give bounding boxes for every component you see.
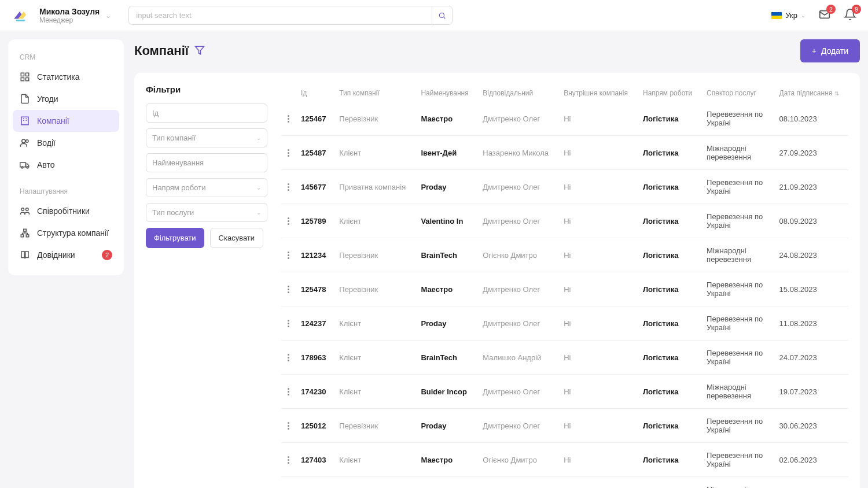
- row-actions-button[interactable]: [287, 149, 289, 157]
- cell-id: 125467: [295, 102, 333, 136]
- col-spectrum: Спектор послуг: [701, 84, 774, 102]
- sidebar-item-directories[interactable]: Довідники 2: [13, 244, 119, 266]
- row-actions-button[interactable]: [287, 422, 289, 430]
- sidebar-item-drivers[interactable]: Водії: [13, 132, 119, 154]
- cell-type: Клієнт: [333, 306, 415, 341]
- sidebar-item-deals[interactable]: Угоди: [13, 88, 119, 110]
- sidebar-item-companies[interactable]: Компанії: [13, 110, 119, 132]
- cell-direction: Логістика: [637, 102, 701, 136]
- cell-spectrum: Перевезення по Україні: [701, 272, 774, 306]
- mail-button[interactable]: 2: [818, 8, 831, 23]
- filter-service-label: Тип послуги: [152, 208, 194, 217]
- svg-rect-4: [26, 73, 29, 76]
- filter-direction-select[interactable]: Напрям роботи ⌄: [146, 178, 267, 197]
- cell-spectrum: Перевезення по Україні: [701, 409, 774, 443]
- language-selector[interactable]: Укр ⌄: [771, 11, 806, 20]
- cell-type: Клієнт: [333, 136, 415, 170]
- row-actions-button[interactable]: [287, 115, 289, 123]
- filter-apply-button[interactable]: Фільтрувати: [146, 228, 204, 248]
- sidebar-item-label: Структура компанії: [37, 228, 109, 238]
- cell-responsible: Дмитренко Олег: [477, 409, 558, 443]
- cell-internal: Ні: [558, 272, 637, 306]
- cell-date: 08.10.2023: [774, 102, 848, 136]
- cell-id: 125487: [295, 136, 333, 170]
- col-responsible: Відповідальний: [477, 84, 558, 102]
- filter-icon[interactable]: [194, 45, 205, 57]
- svg-rect-20: [21, 235, 24, 237]
- companies-table: Ід Тип компанії Найменування Відповідаль…: [281, 84, 848, 488]
- svg-point-18: [26, 208, 29, 211]
- cell-name: Buider Incop: [415, 477, 477, 489]
- cell-internal: Ні: [558, 375, 637, 409]
- cell-type: Приватна компанія: [333, 170, 415, 204]
- cell-id: 125478: [295, 272, 333, 306]
- sidebar: CRM Статистика Угоди Компанії Водії Авто…: [8, 39, 124, 275]
- cell-direction: Логістика: [637, 477, 701, 489]
- cell-responsible: Дмитренко Олег: [477, 204, 558, 238]
- row-actions-button[interactable]: [287, 456, 289, 464]
- search-input[interactable]: [128, 6, 432, 25]
- row-actions-button[interactable]: [287, 388, 289, 395]
- cell-type: Перевізник: [333, 409, 415, 443]
- sidebar-item-label: Статистика: [37, 72, 80, 82]
- cell-responsible: Малишко Андрій: [477, 477, 558, 489]
- cell-direction: Логістика: [637, 272, 701, 306]
- cell-internal: Ні: [558, 443, 637, 477]
- cell-internal: Ні: [558, 238, 637, 272]
- sidebar-section-settings: Налаштування: [13, 183, 119, 200]
- table-row: 124237КлієнтProdayДмитренко ОлегНіЛогіст…: [281, 306, 848, 341]
- chevron-down-icon: ⌄: [256, 184, 261, 191]
- cell-internal: Ні: [558, 477, 637, 489]
- cell-internal: Ні: [558, 306, 637, 341]
- cell-spectrum: Міжнародні перевезення: [701, 136, 774, 170]
- row-actions-button[interactable]: [287, 354, 289, 361]
- sidebar-item-structure[interactable]: Структура компанії: [13, 222, 119, 244]
- filter-name-input[interactable]: [146, 153, 267, 172]
- cell-responsible: Дмитренко Олег: [477, 170, 558, 204]
- row-actions-button[interactable]: [287, 183, 289, 191]
- search-button[interactable]: [432, 6, 453, 25]
- team-icon: [20, 206, 30, 216]
- cell-responsible: Дмитренко Олег: [477, 272, 558, 306]
- cell-date: 08.09.2023: [774, 204, 848, 238]
- bell-button[interactable]: 9: [844, 8, 856, 23]
- cell-date: 27.09.2023: [774, 136, 848, 170]
- user-role: Менеджер: [39, 16, 100, 24]
- filter-type-label: Тип компанії: [152, 134, 196, 142]
- svg-point-13: [26, 140, 29, 143]
- cell-internal: Ні: [558, 136, 637, 170]
- filter-type-select[interactable]: Тип компанії ⌄: [146, 128, 267, 147]
- table-row: 125478ПеревізникМаестроДмитренко ОлегНіЛ…: [281, 272, 848, 306]
- col-name: Найменування: [415, 84, 477, 102]
- filter-service-select[interactable]: Тип послуги ⌄: [146, 203, 267, 222]
- svg-marker-26: [195, 46, 204, 54]
- cell-name: Buider Incop: [415, 375, 477, 409]
- cell-type: Перевізник: [333, 477, 415, 489]
- filter-cancel-button[interactable]: Скасувати: [210, 228, 264, 248]
- cell-date: 24.07.2023: [774, 341, 848, 375]
- cell-type: Клієнт: [333, 204, 415, 238]
- cell-internal: Ні: [558, 409, 637, 443]
- cell-id: 121234: [295, 238, 333, 272]
- sidebar-item-vehicles[interactable]: Авто: [13, 154, 119, 176]
- cell-id: 124237: [295, 306, 333, 341]
- row-actions-button[interactable]: [287, 286, 289, 293]
- row-actions-button[interactable]: [287, 252, 289, 259]
- sidebar-item-employees[interactable]: Співробітники: [13, 200, 119, 222]
- table-row: 127463ПеревізникBuider IncopМалишко Андр…: [281, 477, 848, 489]
- add-button[interactable]: + Додати: [800, 39, 860, 62]
- users-icon: [20, 138, 30, 148]
- cell-date: 11.08.2023: [774, 306, 848, 341]
- filter-id-input[interactable]: [146, 103, 267, 123]
- user-block[interactable]: Микола Зозуля Менеджер: [39, 7, 100, 24]
- row-actions-button[interactable]: [287, 320, 289, 327]
- sidebar-item-statistics[interactable]: Статистика: [13, 66, 119, 88]
- table-row: 125789КлієнтValentino InДмитренко ОлегНі…: [281, 204, 848, 238]
- svg-point-0: [440, 13, 444, 17]
- sidebar-item-label: Водії: [37, 138, 56, 147]
- svg-rect-19: [24, 229, 27, 231]
- row-actions-button[interactable]: [287, 217, 289, 225]
- cell-type: Перевізник: [333, 272, 415, 306]
- chevron-down-icon[interactable]: ⌄: [105, 12, 111, 20]
- col-date[interactable]: Дата підписання⇅: [774, 84, 848, 102]
